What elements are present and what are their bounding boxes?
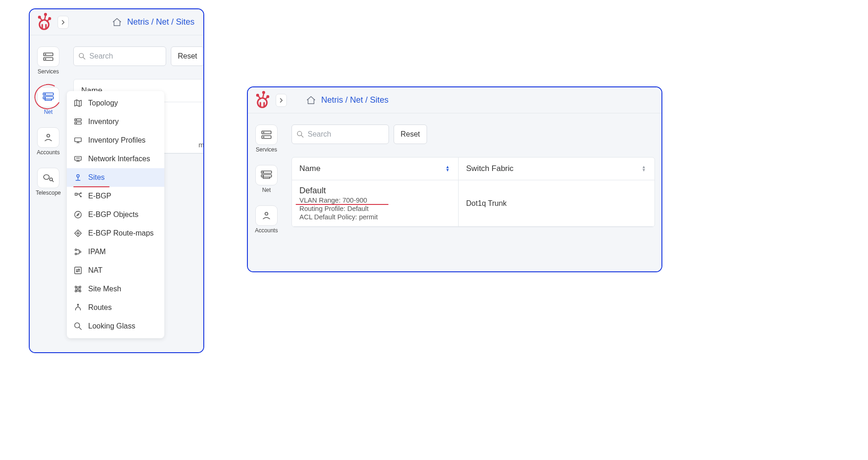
svg-rect-17 <box>75 122 81 125</box>
net-icon <box>37 87 59 107</box>
search-row: Reset <box>67 46 203 66</box>
topbar: Netris / Net / Sites <box>248 87 661 113</box>
logo <box>252 90 273 111</box>
content-area: Reset Name ▲▼ Switch Fabric ▲▼ Default V… <box>285 113 661 271</box>
accounts-icon <box>37 127 59 148</box>
svg-point-10 <box>45 94 45 95</box>
svg-point-29 <box>79 251 81 253</box>
menu-item-label: Site Mesh <box>88 285 121 293</box>
menu-item-ebgp[interactable]: E-BGP <box>67 187 164 205</box>
sidebar-item-accounts[interactable]: Accounts <box>255 205 278 234</box>
search-input-wrapper[interactable] <box>291 125 389 144</box>
svg-rect-30 <box>75 267 81 274</box>
svg-point-22 <box>77 175 79 177</box>
sidebar-expand-button[interactable] <box>276 94 287 107</box>
site-vlan-range: VLAN Range: 700-900 <box>299 197 451 204</box>
table-row[interactable]: Default VLAN Range: 700-900 Routing Prof… <box>292 180 654 227</box>
menu-item-label: Routes <box>88 303 112 312</box>
sort-icon[interactable]: ▲▼ <box>444 165 451 172</box>
home-icon[interactable] <box>111 17 123 28</box>
search-input[interactable] <box>308 130 384 138</box>
svg-point-13 <box>44 175 49 179</box>
svg-rect-16 <box>75 119 81 121</box>
menu-item-label: Sites <box>88 173 105 182</box>
menu-item-ipam[interactable]: IPAM <box>67 243 164 261</box>
menu-item-label: E-BGP Route-maps <box>88 229 154 237</box>
column-header-switch-fabric[interactable]: Switch Fabric ▲▼ <box>459 158 654 180</box>
breadcrumb[interactable]: Netris / Net / Sites <box>321 95 389 105</box>
mesh-icon <box>73 284 83 294</box>
svg-point-15 <box>79 53 84 58</box>
logo <box>33 12 55 33</box>
sidebar-item-services[interactable]: Services <box>255 125 278 153</box>
search-input-wrapper[interactable] <box>73 46 166 66</box>
sort-icon[interactable]: ▲▼ <box>641 165 647 172</box>
panel-right: Netris / Net / Sites Services Net Accoun… <box>247 86 662 272</box>
svg-point-6 <box>45 54 46 55</box>
cell-name: Default VLAN Range: 700-900 Routing Prof… <box>292 180 459 226</box>
breadcrumb[interactable]: Netris / Net / Sites <box>127 17 194 27</box>
cell-switch-fabric: Dot1q Trunk <box>459 180 654 226</box>
sidebar-item-label: Net <box>44 109 53 115</box>
svg-point-49 <box>265 212 268 215</box>
sidebar-item-net[interactable]: Net <box>255 165 278 193</box>
menu-item-ebgp-routemaps[interactable]: E-BGP Route-maps <box>67 224 164 243</box>
sidebar-item-services[interactable]: Services <box>37 46 59 75</box>
svg-point-18 <box>76 119 77 120</box>
net-icon <box>255 165 278 185</box>
svg-point-26 <box>75 211 81 218</box>
menu-item-inventory[interactable]: Inventory <box>67 112 164 131</box>
table-header: Name ▲▼ Switch Fabric ▲▼ <box>292 158 654 180</box>
site-routing-profile: Routing Profile: Default <box>299 205 451 212</box>
services-icon <box>37 46 59 67</box>
pin-icon <box>73 173 83 182</box>
menu-item-label: IPAM <box>88 248 106 256</box>
svg-point-11 <box>45 98 45 99</box>
menu-item-ebgp-objects[interactable]: E-BGP Objects <box>67 205 164 224</box>
topbar: Netris / Net / Sites <box>30 9 203 35</box>
svg-rect-20 <box>75 138 81 142</box>
menu-item-sites[interactable]: Sites <box>67 168 164 187</box>
menu-item-label: Network Interfaces <box>88 155 150 163</box>
svg-point-50 <box>298 131 302 136</box>
menu-item-nat[interactable]: NAT <box>67 261 164 280</box>
server-icon <box>73 117 83 126</box>
sidebar-expand-button[interactable] <box>58 16 69 29</box>
menu-item-site-mesh[interactable]: Site Mesh <box>67 280 164 298</box>
telescope-icon <box>37 168 59 188</box>
sidebar-item-label: Accounts <box>37 149 59 156</box>
sidebar-item-label: Net <box>262 187 271 193</box>
svg-point-24 <box>80 196 81 197</box>
search-icon <box>297 130 304 138</box>
monitor-icon <box>73 136 83 145</box>
panel-left: Netris / Net / Sites Services Net Accoun… <box>29 8 204 353</box>
sidebar-item-label: Services <box>256 146 277 153</box>
search-input[interactable] <box>90 52 161 60</box>
menu-item-label: E-BGP Objects <box>88 210 138 219</box>
sidebar-item-accounts[interactable]: Accounts <box>37 127 59 156</box>
column-header-name[interactable]: Name ▲▼ <box>292 158 459 180</box>
sidebar-item-label: Services <box>38 68 59 75</box>
reset-button[interactable]: Reset <box>394 125 427 144</box>
svg-point-19 <box>76 123 77 124</box>
reset-button[interactable]: Reset <box>171 46 204 66</box>
menu-item-label: NAT <box>88 266 103 275</box>
svg-rect-23 <box>75 193 78 196</box>
menu-item-network-interfaces[interactable]: Network Interfaces <box>67 150 164 168</box>
menu-item-looking-glass[interactable]: Looking Glass <box>67 317 164 335</box>
menu-item-label: Looking Glass <box>88 322 135 330</box>
search-icon <box>73 322 83 331</box>
net-submenu: Topology Inventory Inventory Profiles Ne… <box>67 91 164 338</box>
acl-partial-text: mit <box>199 141 204 149</box>
sidebar-item-net[interactable]: Net <box>37 87 59 115</box>
menu-item-inventory-profiles[interactable]: Inventory Profiles <box>67 131 164 150</box>
menu-item-topology[interactable]: Topology <box>67 94 164 112</box>
home-icon[interactable] <box>305 95 317 106</box>
sites-table: Name ▲▼ Switch Fabric ▲▼ Default VLAN Ra… <box>291 157 655 227</box>
sidebar-item-telescope[interactable]: Telescope <box>36 168 61 196</box>
svg-point-48 <box>263 176 264 177</box>
site-acl-policy: ACL Default Policy: permit <box>299 213 451 221</box>
svg-point-47 <box>263 172 264 173</box>
site-name: Default <box>299 186 451 196</box>
menu-item-routes[interactable]: Routes <box>67 298 164 317</box>
